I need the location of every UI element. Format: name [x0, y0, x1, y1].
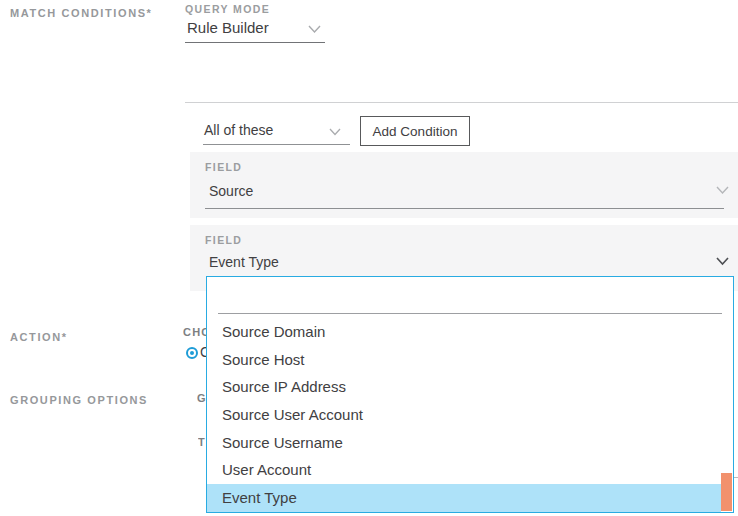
dropdown-option[interactable]: Source Domain [207, 318, 733, 346]
query-mode-select[interactable]: Rule Builder [185, 16, 325, 43]
dropdown-option-highlighted[interactable]: Event Type [207, 484, 721, 512]
action-label: ACTION* [10, 331, 68, 343]
select-underline [185, 42, 325, 43]
chevron-down-icon [716, 186, 729, 195]
grouping-options-label: GROUPING OPTIONS [10, 394, 148, 406]
section-divider [185, 102, 738, 103]
query-mode-label: QUERY MODE [185, 3, 270, 15]
condition-operator-select[interactable]: All of these [203, 118, 350, 145]
rule-builder-form: MATCH CONDITIONS* ACTION* GROUPING OPTIO… [0, 0, 738, 516]
field-options-dropdown: Source Domain Source Host Source IP Addr… [206, 276, 734, 513]
select-underline [205, 208, 724, 209]
field-value-event-type[interactable]: Event Type [209, 254, 279, 270]
chevron-down-icon [308, 25, 321, 34]
dropdown-option[interactable]: User Account [207, 456, 733, 484]
chevron-down-icon [329, 128, 342, 137]
group-label-fragment: G [197, 392, 206, 404]
dropdown-option[interactable]: Source User Account [207, 401, 733, 429]
condition-operator-value: All of these [204, 122, 273, 138]
radio-dot [190, 351, 194, 355]
dropdown-search-input[interactable] [217, 279, 722, 312]
query-mode-value: Rule Builder [187, 19, 269, 36]
scrollbar-thumb[interactable] [721, 473, 732, 511]
choose-label-fragment: CHO [183, 326, 206, 338]
obscured-field-underline-fragment [734, 477, 738, 478]
dropdown-option[interactable]: Source Username [207, 429, 733, 457]
search-input-underline [218, 313, 722, 314]
dropdown-option[interactable]: Source IP Address [207, 373, 733, 401]
field-value-source[interactable]: Source [209, 183, 253, 199]
field-label: FIELD [205, 234, 242, 246]
dropdown-option[interactable]: Source Host [207, 346, 733, 374]
time-label-fragment: T [198, 436, 206, 448]
add-condition-button[interactable]: Add Condition [360, 116, 470, 146]
condition-field-row-source: FIELD Source [190, 152, 738, 218]
select-underline [203, 144, 350, 145]
field-label: FIELD [205, 161, 242, 173]
radio-selected-icon[interactable] [186, 347, 198, 359]
match-conditions-label: MATCH CONDITIONS* [10, 7, 153, 19]
dropdown-option-list: Source Domain Source Host Source IP Addr… [207, 318, 733, 512]
chevron-down-icon [716, 257, 729, 266]
